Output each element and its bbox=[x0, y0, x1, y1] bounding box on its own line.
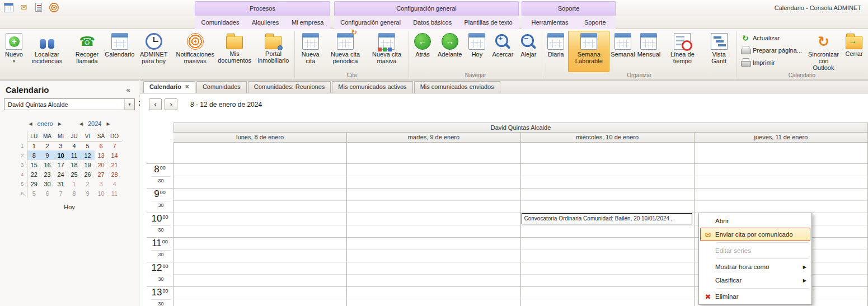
atras-button[interactable]: ← Atrás bbox=[410, 31, 435, 72]
chevron-down-icon[interactable]: ▼ bbox=[124, 99, 134, 110]
nueva-cita-button[interactable]: Nueva cita bbox=[296, 31, 325, 72]
minical-day[interactable]: 5 bbox=[27, 189, 41, 198]
preparar-pagina-button[interactable]: Preparar página... bbox=[741, 46, 802, 55]
time-slot[interactable] bbox=[347, 201, 520, 213]
time-slot[interactable] bbox=[173, 164, 346, 176]
minical-day[interactable]: 30 bbox=[41, 179, 54, 189]
minical-day[interactable]: 21 bbox=[108, 160, 121, 170]
minical-year[interactable]: 2024 bbox=[88, 120, 101, 127]
tab-configuracion-general[interactable]: Configuración general bbox=[334, 16, 407, 29]
minical-day[interactable]: 15 bbox=[27, 160, 41, 170]
minical-day[interactable]: 11 bbox=[68, 150, 81, 160]
semanal-button[interactable]: Semanal bbox=[609, 31, 636, 72]
doc-tab[interactable]: Comunidades bbox=[196, 81, 247, 93]
minical-day[interactable]: 22 bbox=[27, 170, 41, 179]
imprimir-button[interactable]: Imprimir bbox=[741, 58, 802, 67]
semana-laborable-button[interactable]: Semana Laborable bbox=[568, 31, 609, 72]
minical-day[interactable]: 19 bbox=[81, 160, 95, 170]
next-range-button[interactable]: › bbox=[165, 98, 177, 110]
sincronizar-outlook-button[interactable]: ↻ Sincronizar con Outlook bbox=[805, 31, 842, 72]
time-slot[interactable] bbox=[521, 250, 694, 262]
prev-year-icon[interactable]: ◀ bbox=[79, 121, 83, 126]
notificaciones-masivas-button[interactable]: Notificaciones masivas bbox=[175, 31, 216, 72]
today-link[interactable]: Hoy bbox=[0, 204, 139, 210]
minical-day[interactable]: 6 bbox=[41, 189, 54, 198]
alejar-button[interactable]: − Alejar bbox=[516, 31, 541, 72]
time-slot[interactable] bbox=[521, 164, 694, 176]
time-slot[interactable] bbox=[695, 143, 867, 164]
minical-day[interactable]: 13 bbox=[95, 150, 108, 160]
time-slot[interactable] bbox=[173, 238, 346, 250]
minical-day[interactable]: 2 bbox=[81, 179, 95, 189]
menu-item-mostrar-hora-como[interactable]: Mostrar hora como ▶ bbox=[700, 260, 810, 274]
minical-day[interactable]: 5 bbox=[81, 141, 95, 150]
portal-inmobiliario-button[interactable]: Portal inmobiliario bbox=[253, 31, 293, 72]
mail-icon[interactable]: ✉ bbox=[18, 2, 29, 13]
diaria-button[interactable]: Diaria bbox=[543, 31, 568, 72]
minical-day[interactable]: 3 bbox=[95, 179, 108, 189]
time-slot[interactable] bbox=[347, 189, 520, 201]
acercar-button[interactable]: + Acercar bbox=[489, 31, 516, 72]
minical-day[interactable]: 6 bbox=[95, 141, 108, 150]
time-slot[interactable] bbox=[347, 238, 520, 250]
time-slot[interactable] bbox=[521, 225, 694, 238]
minical-day[interactable]: 17 bbox=[54, 160, 68, 170]
next-year-icon[interactable]: ▶ bbox=[106, 121, 110, 126]
minical-day[interactable]: 16 bbox=[41, 160, 54, 170]
minical-day[interactable]: 20 bbox=[95, 160, 108, 170]
minical-day[interactable]: 9 bbox=[41, 150, 54, 160]
minical-day[interactable]: 28 bbox=[108, 170, 121, 179]
minical-month[interactable]: enero bbox=[37, 120, 53, 127]
doc-tab[interactable]: Comunidades: Reuniones bbox=[248, 81, 331, 93]
minical-day[interactable]: 8 bbox=[27, 150, 41, 160]
time-slot[interactable] bbox=[347, 164, 520, 176]
minical-day[interactable]: 11 bbox=[108, 189, 121, 198]
tab-datos-basicos[interactable]: Datos básicos bbox=[407, 16, 458, 29]
doc-tab[interactable]: Calendario× bbox=[143, 81, 195, 93]
time-slot[interactable] bbox=[347, 225, 520, 238]
appointment[interactable]: Convocatoria Ordinaria Comunidad: Bailén… bbox=[522, 213, 692, 224]
time-slot[interactable] bbox=[521, 238, 694, 250]
nueva-cita-masiva-button[interactable]: Nueva cita masiva bbox=[366, 31, 407, 72]
actualizar-button[interactable]: ↻ Actualizar bbox=[741, 34, 802, 43]
time-slot[interactable] bbox=[173, 213, 346, 225]
collapse-sidebar-button[interactable]: « bbox=[123, 86, 133, 94]
minical-day[interactable]: 23 bbox=[41, 170, 54, 179]
minical-day[interactable]: 10 bbox=[95, 189, 108, 198]
time-slot[interactable] bbox=[347, 143, 520, 164]
calendario-button[interactable]: Calendario bbox=[106, 31, 133, 72]
time-slot[interactable] bbox=[347, 299, 520, 306]
minical-day[interactable]: 31 bbox=[54, 179, 68, 189]
minical-day[interactable]: 1 bbox=[27, 141, 41, 150]
tab-plantillas-de-texto[interactable]: Plantillas de texto bbox=[458, 16, 518, 29]
tab-comunidades[interactable]: Comunidades bbox=[195, 16, 246, 29]
vista-gantt-button[interactable]: Vista Gantt bbox=[703, 31, 735, 72]
prev-month-icon[interactable]: ◀ bbox=[29, 121, 32, 126]
cerrar-button[interactable]: → Cerrar bbox=[842, 31, 866, 72]
localizar-incidencias-button[interactable]: Localizar incidencias bbox=[26, 31, 68, 72]
nuevo-button[interactable]: + Nuevo ▼ bbox=[2, 31, 26, 72]
time-slot[interactable] bbox=[347, 176, 520, 189]
time-slot[interactable] bbox=[521, 287, 694, 299]
minical-day[interactable]: 7 bbox=[54, 189, 68, 198]
adminet-para-hoy-button[interactable]: ADMINET para hoy bbox=[133, 31, 175, 72]
time-slot[interactable] bbox=[521, 143, 694, 164]
time-slot[interactable] bbox=[173, 287, 346, 299]
minical-day[interactable]: 27 bbox=[95, 170, 108, 179]
calendar-owner-select[interactable]: David Quintas Alcalde ▼ bbox=[4, 98, 135, 110]
menu-item-clasificar[interactable]: Clasificar ▶ bbox=[700, 274, 810, 287]
time-slot[interactable] bbox=[521, 189, 694, 201]
minical-day[interactable]: 1 bbox=[68, 179, 81, 189]
time-slot[interactable] bbox=[173, 143, 346, 164]
nueva-cita-periodica-button[interactable]: ↻ Nueva cita periódica bbox=[325, 31, 366, 72]
time-slot[interactable] bbox=[695, 164, 867, 176]
menu-item-eliminar[interactable]: ✖ Eliminar bbox=[700, 290, 810, 303]
tab-soporte[interactable]: Soporte bbox=[578, 16, 612, 29]
menu-item-enviar-cita-por-comunicado[interactable]: ✉ Enviar cita por comunicado bbox=[700, 228, 810, 241]
time-slot[interactable] bbox=[521, 262, 694, 275]
time-slot[interactable] bbox=[347, 287, 520, 299]
minical-day[interactable]: 2 bbox=[41, 141, 54, 150]
hoy-button[interactable]: Hoy bbox=[465, 31, 489, 72]
menu-item-abrir[interactable]: Abrir bbox=[700, 214, 810, 228]
minical-day[interactable]: 12 bbox=[81, 150, 95, 160]
